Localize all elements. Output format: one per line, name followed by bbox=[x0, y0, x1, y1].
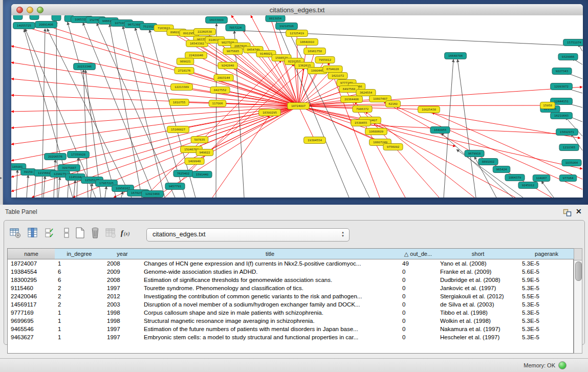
graph-node[interactable]: 39159 bbox=[21, 169, 36, 176]
graph-node[interactable]: 9457791 bbox=[165, 183, 185, 190]
graph-node[interactable]: 10025438 bbox=[418, 106, 440, 113]
graph-node[interactable]: 587835 bbox=[191, 137, 208, 143]
memory-status-icon[interactable] bbox=[558, 361, 567, 369]
function-builder-icon[interactable]: f(x) bbox=[120, 227, 133, 240]
graph-node[interactable]: 104067 bbox=[533, 175, 550, 182]
graph-node[interactable]: 8813054 bbox=[266, 15, 285, 22]
table-row[interactable]: 969969511998Structural magnetic resonanc… bbox=[8, 317, 573, 325]
graph-node[interactable]: 7857224 bbox=[226, 25, 245, 31]
graph-node[interactable]: 949822 bbox=[196, 149, 213, 156]
graph-node[interactable] bbox=[13, 15, 23, 20]
table-row[interactable]: 1872400712008Changes of HCN gene express… bbox=[8, 259, 573, 268]
table-row[interactable]: 946362711997Embryonic stem cells: a mode… bbox=[8, 333, 573, 341]
graph-node[interactable]: 8891002 bbox=[478, 159, 498, 165]
graph-node[interactable]: 15166827 bbox=[167, 126, 189, 133]
graph-node[interactable]: 20206576 bbox=[45, 154, 67, 160]
scrollbar-thumb[interactable] bbox=[575, 261, 582, 281]
graph-node[interactable]: 9679918 bbox=[465, 150, 484, 157]
graph-node[interactable]: 22260538 bbox=[194, 29, 216, 35]
graph-node[interactable]: 7625402 bbox=[173, 170, 193, 177]
table-row[interactable]: 911546021997Tourette syndrome. Phenomeno… bbox=[8, 284, 573, 292]
graph-node[interactable]: 18640910 bbox=[296, 39, 318, 46]
graph-node[interactable]: 22420046 bbox=[185, 52, 207, 59]
network-window-titlebar[interactable]: citations_edges.txt bbox=[11, 4, 583, 16]
graph-node[interactable]: 1409948 bbox=[185, 158, 204, 165]
new-table-icon[interactable] bbox=[74, 227, 87, 240]
graph-node[interactable] bbox=[52, 15, 61, 21]
table-row[interactable]: 1938455462009Genome-wide association stu… bbox=[8, 268, 573, 276]
graph-node[interactable] bbox=[30, 15, 39, 20]
graph-node[interactable]: 9329966 bbox=[558, 54, 578, 60]
graph-node[interactable]: 15958 bbox=[540, 102, 555, 109]
graph-node[interactable]: 12093872 bbox=[551, 83, 573, 90]
graph-node[interactable]: 16961758 bbox=[304, 48, 326, 55]
table-settings-icon[interactable] bbox=[9, 227, 23, 240]
graph-node[interactable]: 9875685 bbox=[223, 48, 243, 55]
graph-node[interactable]: 12923468 bbox=[142, 191, 164, 198]
graph-node[interactable]: 18724007 bbox=[288, 103, 310, 110]
graph-node[interactable]: 9227343 bbox=[552, 68, 572, 75]
graph-node[interactable]: 16543382 bbox=[186, 40, 208, 47]
left-splitter[interactable]: ▸ bbox=[0, 0, 3, 205]
column-visibility-icon[interactable] bbox=[27, 227, 40, 240]
float-window-icon[interactable] bbox=[563, 209, 572, 216]
network-view-window[interactable]: citations_edges.txt 14055725208914061065… bbox=[11, 4, 583, 198]
graph-node[interactable]: 15692971 bbox=[556, 129, 578, 136]
graph-node[interactable]: 18300295 bbox=[259, 110, 281, 116]
graph-node[interactable]: 965424 bbox=[493, 166, 510, 173]
graph-node[interactable]: 9242848 bbox=[218, 62, 237, 69]
graph-node[interactable]: 2803144 bbox=[214, 75, 233, 81]
graph-node[interactable]: 19384554 bbox=[304, 137, 326, 144]
column-header-pagerank[interactable]: pagerank bbox=[519, 249, 575, 259]
graph-node[interactable]: 7986372 bbox=[353, 106, 372, 113]
graph-node[interactable]: 989021 bbox=[177, 58, 194, 65]
graph-node[interactable]: 16210643 bbox=[551, 113, 573, 119]
graph-node[interactable]: 19218506 bbox=[276, 23, 298, 30]
graph-node[interactable]: 16648784 bbox=[445, 53, 467, 59]
graph-node[interactable]: 20364486 bbox=[341, 96, 363, 103]
graph-node[interactable]: 1864379 bbox=[505, 174, 525, 181]
table-body[interactable]: 1872400712008Changes of HCN gene express… bbox=[7, 259, 574, 354]
table-row[interactable]: 977716911998Corpus callosum shape and si… bbox=[8, 309, 573, 317]
table-row[interactable]: 2242004622012Investigating the contribut… bbox=[8, 292, 573, 300]
table-source-dropdown[interactable]: citations_edges.txt ▲▼ bbox=[146, 228, 350, 242]
graph-node[interactable]: 30975887 bbox=[58, 165, 80, 171]
graph-node[interactable]: 117006 bbox=[209, 100, 226, 107]
table-row[interactable]: 1456911722003Disruption of a novel membe… bbox=[8, 300, 573, 309]
graph-node[interactable]: 15751074 bbox=[563, 39, 583, 46]
graph-node[interactable]: 62160 bbox=[386, 101, 401, 107]
column-header-name[interactable]: name bbox=[8, 249, 55, 259]
graph-node[interactable]: 2718176 bbox=[175, 68, 194, 74]
selection-mode-icon[interactable]: ✓✓ bbox=[44, 227, 57, 240]
graph-node[interactable]: 20153346 bbox=[74, 63, 96, 70]
graph-node[interactable]: 6794028 bbox=[323, 66, 342, 73]
column-header-out_de[interactable]: △ out_de... bbox=[399, 249, 438, 259]
graph-node[interactable]: 1035064 bbox=[562, 160, 581, 166]
graph-node[interactable]: 14055725 bbox=[13, 23, 35, 29]
graph-node[interactable]: 6497568 bbox=[339, 86, 359, 93]
graph-node[interactable]: 9245012 bbox=[518, 182, 538, 189]
row-height-icon[interactable] bbox=[60, 227, 74, 240]
import-table-icon[interactable] bbox=[104, 227, 118, 240]
graph-node[interactable]: 20891406 bbox=[35, 21, 57, 28]
graph-node[interactable]: 16033809 bbox=[206, 17, 228, 24]
column-header-short[interactable]: short bbox=[437, 249, 519, 259]
graph-node[interactable]: 1538455 bbox=[351, 120, 371, 126]
graph-node[interactable]: 1210365 bbox=[559, 144, 579, 151]
column-header-year[interactable]: year bbox=[104, 249, 141, 259]
network-graph[interactable]: 1405572520891406106532871527602946616110… bbox=[11, 15, 583, 198]
graph-node[interactable]: 8427552 bbox=[210, 87, 230, 94]
column-header-in_degree[interactable]: in_degree bbox=[55, 249, 104, 259]
vertical-scrollbar[interactable] bbox=[574, 248, 582, 354]
delete-table-icon[interactable] bbox=[89, 227, 102, 240]
close-panel-icon[interactable]: ✕ bbox=[576, 208, 582, 215]
graph-node[interactable]: 977064 bbox=[559, 175, 577, 182]
graph-node[interactable]: 12325419 bbox=[286, 30, 308, 37]
graph-node[interactable]: 1591440 bbox=[192, 171, 212, 178]
graph-node[interactable]: 10688609 bbox=[365, 128, 387, 135]
graph-node[interactable]: 1640955 bbox=[430, 127, 450, 134]
graph-node[interactable]: 12213389 bbox=[171, 84, 193, 91]
graph-node[interactable]: 1810755 bbox=[169, 99, 189, 106]
graph-node[interactable]: 9756092 bbox=[383, 144, 403, 150]
splitter-collapse-handle[interactable]: ▸ bbox=[0, 176, 2, 180]
